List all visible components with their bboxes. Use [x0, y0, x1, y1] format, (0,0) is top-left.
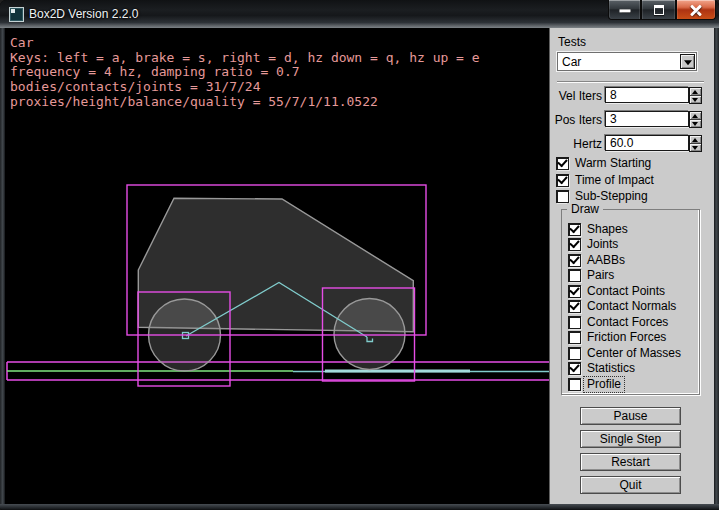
close-button[interactable]	[676, 0, 716, 20]
hertz-row: Hertz60.0	[550, 135, 710, 152]
shapes-row: Shapes	[568, 223, 628, 236]
draw-group-label: Draw	[567, 203, 603, 216]
vel-iters-row: Vel Iters8	[550, 87, 710, 104]
spinner-down-icon[interactable]	[690, 96, 701, 103]
joints-label[interactable]: Joints	[587, 238, 618, 251]
minimize-button[interactable]	[608, 0, 641, 20]
contact-normals-row: Contact Normals	[568, 300, 676, 313]
friction-forces-checkbox[interactable]	[568, 331, 581, 344]
window-border-bottom	[0, 504, 719, 510]
pairs-row: Pairs	[568, 269, 614, 282]
contact-points-row: Contact Points	[568, 285, 665, 298]
test-select-value: Car	[562, 55, 581, 69]
warm-starting-row: Warm Starting	[556, 157, 651, 170]
statistics-row: Statistics	[568, 362, 635, 375]
hertz-spinner[interactable]	[689, 135, 702, 152]
shapes-checkbox[interactable]	[568, 223, 581, 236]
aabbs-checkbox[interactable]	[568, 254, 581, 267]
joints-checkbox[interactable]	[568, 238, 581, 251]
center-of-masses-label[interactable]: Center of Masses	[587, 347, 681, 360]
control-panel: Tests Car Vel Iters8Pos Iters3Hertz60.0 …	[549, 28, 714, 504]
tests-label: Tests	[558, 35, 586, 49]
contact-normals-checkbox[interactable]	[568, 300, 581, 313]
contact-normals-label[interactable]: Contact Normals	[587, 300, 676, 313]
pos-iters-input[interactable]: 3	[605, 111, 689, 127]
center-of-masses-checkbox[interactable]	[568, 347, 581, 360]
pos-iters-label: Pos Iters	[550, 113, 602, 127]
spinner-down-icon[interactable]	[690, 120, 701, 127]
pairs-label[interactable]: Pairs	[587, 269, 614, 282]
aabbs-row: AABBs	[568, 254, 625, 267]
chevron-down-icon	[684, 60, 692, 65]
sub-stepping-row: Sub-Stepping	[556, 190, 648, 203]
pos-iters-row: Pos Iters3	[550, 111, 710, 128]
vel-iters-label: Vel Iters	[550, 89, 602, 103]
statistics-label[interactable]: Statistics	[587, 362, 635, 375]
profile-checkbox[interactable]	[568, 378, 581, 391]
ground-plank	[325, 370, 470, 373]
sub-stepping-checkbox[interactable]	[556, 190, 569, 203]
warm-starting-label[interactable]: Warm Starting	[575, 157, 651, 170]
contact-forces-row: Contact Forces	[568, 316, 668, 329]
time-of-impact-checkbox[interactable]	[556, 174, 569, 187]
pause-button[interactable]: Pause	[580, 407, 681, 425]
spinner-down-icon[interactable]	[690, 144, 701, 151]
app-icon	[9, 7, 24, 22]
spinner-up-icon[interactable]	[690, 88, 701, 96]
profile-label[interactable]: Profile	[585, 378, 623, 391]
simulation-canvas[interactable]: CarKeys: left = a, brake = s, right = d,…	[5, 28, 549, 504]
dropdown-arrow-button[interactable]	[680, 54, 695, 69]
app-window: Box2D Version 2.2.0	[0, 0, 719, 510]
restart-button[interactable]: Restart	[580, 453, 681, 471]
contact-forces-checkbox[interactable]	[568, 316, 581, 329]
pairs-checkbox[interactable]	[568, 269, 581, 282]
center-of-masses-row: Center of Masses	[568, 347, 681, 360]
window-title: Box2D Version 2.2.0	[29, 7, 138, 21]
hertz-input[interactable]: 60.0	[605, 135, 689, 151]
contact-points-checkbox[interactable]	[568, 285, 581, 298]
debug-text-line: Car	[10, 36, 480, 51]
statistics-checkbox[interactable]	[568, 362, 581, 375]
single-step-button[interactable]: Single Step	[580, 430, 681, 448]
maximize-button[interactable]	[641, 0, 676, 20]
profile-row: Profile	[568, 378, 623, 391]
debug-text-line: bodies/contacts/joints = 31/7/24	[10, 80, 480, 95]
time-of-impact-label[interactable]: Time of Impact	[575, 174, 654, 187]
shapes-label[interactable]: Shapes	[587, 223, 628, 236]
contact-forces-label[interactable]: Contact Forces	[587, 316, 668, 329]
friction-forces-row: Friction Forces	[568, 331, 666, 344]
hertz-label: Hertz	[550, 137, 602, 151]
debug-text: CarKeys: left = a, brake = s, right = d,…	[10, 36, 480, 110]
pos-iters-spinner[interactable]	[689, 111, 702, 128]
spinner-up-icon[interactable]	[690, 136, 701, 144]
warm-starting-checkbox[interactable]	[556, 157, 569, 170]
vel-iters-spinner[interactable]	[689, 87, 702, 104]
contact-points-label[interactable]: Contact Points	[587, 285, 665, 298]
test-select-dropdown[interactable]: Car	[556, 51, 698, 72]
debug-text-line: frequency = 4 hz, damping ratio = 0.7	[10, 65, 480, 80]
friction-forces-label[interactable]: Friction Forces	[587, 331, 666, 344]
joints-row: Joints	[568, 238, 618, 251]
window-border-right	[714, 28, 719, 504]
car-wheel-front	[334, 299, 405, 370]
vel-iters-input[interactable]: 8	[605, 87, 689, 103]
debug-text-line: proxies/height/balance/quality = 55/7/1/…	[10, 95, 480, 110]
quit-button[interactable]: Quit	[580, 476, 681, 494]
spinner-up-icon[interactable]	[690, 112, 701, 120]
time-of-impact-row: Time of Impact	[556, 174, 654, 187]
minimize-icon	[619, 9, 630, 12]
debug-text-line: Keys: left = a, brake = s, right = d, hz…	[10, 51, 480, 66]
aabbs-label[interactable]: AABBs	[587, 254, 625, 267]
maximize-icon	[654, 5, 664, 15]
draw-group-box: Draw ShapesJointsAABBsPairsContact Point…	[561, 209, 700, 395]
separator	[557, 81, 704, 83]
